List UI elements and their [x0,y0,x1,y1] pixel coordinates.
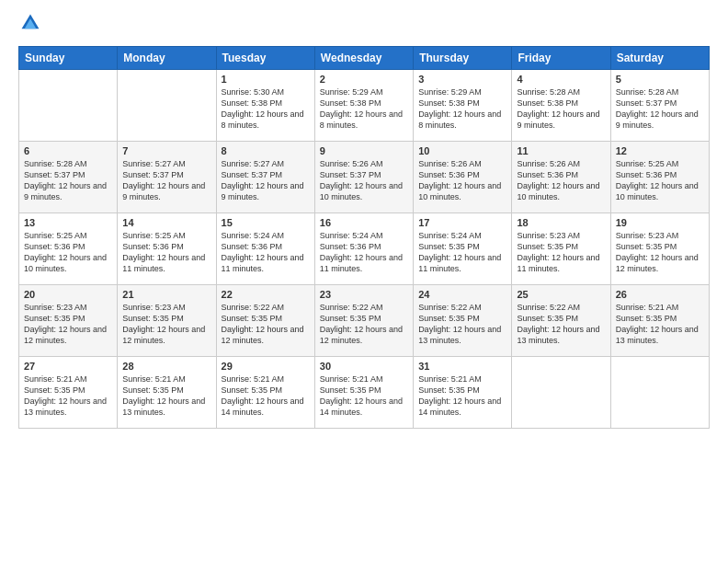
day-content: Sunrise: 5:25 AM Sunset: 5:36 PM Dayligh… [122,230,210,275]
table-row: 17Sunrise: 5:24 AM Sunset: 5:35 PM Dayli… [414,213,512,285]
day-number: 15 [222,217,310,228]
day-number: 17 [418,217,506,228]
day-content: Sunrise: 5:29 AM Sunset: 5:38 PM Dayligh… [418,86,506,132]
day-content: Sunrise: 5:21 AM Sunset: 5:35 PM Dayligh… [320,373,408,419]
day-content: Sunrise: 5:24 AM Sunset: 5:36 PM Dayligh… [320,230,408,275]
table-row: 20Sunrise: 5:23 AM Sunset: 5:35 PM Dayli… [19,285,118,357]
day-number: 28 [122,361,210,372]
day-number: 18 [517,217,605,228]
day-number: 9 [320,145,408,156]
day-number: 5 [616,74,704,85]
table-row: 2Sunrise: 5:29 AM Sunset: 5:38 PM Daylig… [314,70,413,142]
calendar-week-row: 6Sunrise: 5:28 AM Sunset: 5:37 PM Daylig… [19,142,710,213]
day-content: Sunrise: 5:26 AM Sunset: 5:37 PM Dayligh… [320,158,408,203]
table-row: 25Sunrise: 5:22 AM Sunset: 5:35 PM Dayli… [512,285,610,357]
calendar-week-row: 27Sunrise: 5:21 AM Sunset: 5:35 PM Dayli… [19,357,710,429]
table-row: 3Sunrise: 5:29 AM Sunset: 5:38 PM Daylig… [414,70,512,142]
table-row [19,70,118,142]
day-content: Sunrise: 5:22 AM Sunset: 5:35 PM Dayligh… [320,302,408,347]
day-content: Sunrise: 5:21 AM Sunset: 5:35 PM Dayligh… [24,373,112,419]
day-content: Sunrise: 5:28 AM Sunset: 5:38 PM Dayligh… [517,86,605,132]
day-number: 25 [517,289,605,300]
calendar-table: Sunday Monday Tuesday Wednesday Thursday… [18,46,710,429]
table-row: 21Sunrise: 5:23 AM Sunset: 5:35 PM Dayli… [118,285,216,357]
day-number: 20 [24,289,112,300]
col-tuesday: Tuesday [216,47,314,70]
logo [18,15,40,37]
day-content: Sunrise: 5:30 AM Sunset: 5:38 PM Dayligh… [222,86,310,132]
table-row: 8Sunrise: 5:27 AM Sunset: 5:37 PM Daylig… [216,142,314,213]
table-row: 22Sunrise: 5:22 AM Sunset: 5:35 PM Dayli… [216,285,314,357]
day-content: Sunrise: 5:21 AM Sunset: 5:35 PM Dayligh… [418,373,506,419]
day-content: Sunrise: 5:23 AM Sunset: 5:35 PM Dayligh… [517,230,605,275]
table-row: 12Sunrise: 5:25 AM Sunset: 5:36 PM Dayli… [610,142,709,213]
day-number: 4 [517,74,605,85]
day-content: Sunrise: 5:23 AM Sunset: 5:35 PM Dayligh… [24,302,112,347]
table-row: 1Sunrise: 5:30 AM Sunset: 5:38 PM Daylig… [216,70,314,142]
calendar-week-row: 1Sunrise: 5:30 AM Sunset: 5:38 PM Daylig… [19,70,710,142]
day-number: 23 [320,289,408,300]
table-row: 6Sunrise: 5:28 AM Sunset: 5:37 PM Daylig… [19,142,118,213]
table-row: 10Sunrise: 5:26 AM Sunset: 5:36 PM Dayli… [414,142,512,213]
day-content: Sunrise: 5:23 AM Sunset: 5:35 PM Dayligh… [616,230,704,275]
logo-icon [20,13,40,33]
table-row: 7Sunrise: 5:27 AM Sunset: 5:37 PM Daylig… [118,142,216,213]
table-row: 30Sunrise: 5:21 AM Sunset: 5:35 PM Dayli… [314,357,413,429]
col-wednesday: Wednesday [314,47,413,70]
day-number: 29 [222,361,310,372]
day-number: 30 [320,361,408,372]
table-row: 4Sunrise: 5:28 AM Sunset: 5:38 PM Daylig… [512,70,610,142]
day-content: Sunrise: 5:22 AM Sunset: 5:35 PM Dayligh… [222,302,310,347]
table-row [512,357,610,429]
table-row: 11Sunrise: 5:26 AM Sunset: 5:36 PM Dayli… [512,142,610,213]
table-row: 18Sunrise: 5:23 AM Sunset: 5:35 PM Dayli… [512,213,610,285]
day-content: Sunrise: 5:26 AM Sunset: 5:36 PM Dayligh… [517,158,605,203]
day-number: 1 [222,74,310,85]
col-monday: Monday [118,47,216,70]
day-content: Sunrise: 5:24 AM Sunset: 5:35 PM Dayligh… [418,230,506,275]
table-row: 29Sunrise: 5:21 AM Sunset: 5:35 PM Dayli… [216,357,314,429]
calendar-header-row: Sunday Monday Tuesday Wednesday Thursday… [19,47,710,70]
col-saturday: Saturday [610,47,709,70]
table-row: 23Sunrise: 5:22 AM Sunset: 5:35 PM Dayli… [314,285,413,357]
table-row: 26Sunrise: 5:21 AM Sunset: 5:35 PM Dayli… [610,285,709,357]
day-content: Sunrise: 5:27 AM Sunset: 5:37 PM Dayligh… [122,158,210,203]
day-number: 26 [616,289,704,300]
day-content: Sunrise: 5:21 AM Sunset: 5:35 PM Dayligh… [222,373,310,419]
table-row: 13Sunrise: 5:25 AM Sunset: 5:36 PM Dayli… [19,213,118,285]
day-number: 12 [616,145,704,156]
day-number: 13 [24,217,112,228]
day-content: Sunrise: 5:25 AM Sunset: 5:36 PM Dayligh… [616,158,704,203]
table-row [610,357,709,429]
table-row [118,70,216,142]
day-number: 31 [418,361,506,372]
table-row: 15Sunrise: 5:24 AM Sunset: 5:36 PM Dayli… [216,213,314,285]
day-content: Sunrise: 5:27 AM Sunset: 5:37 PM Dayligh… [222,158,310,203]
col-sunday: Sunday [19,47,118,70]
day-number: 8 [222,145,310,156]
day-number: 24 [418,289,506,300]
table-row: 27Sunrise: 5:21 AM Sunset: 5:35 PM Dayli… [19,357,118,429]
day-number: 11 [517,145,605,156]
calendar-week-row: 13Sunrise: 5:25 AM Sunset: 5:36 PM Dayli… [19,213,710,285]
table-row: 24Sunrise: 5:22 AM Sunset: 5:35 PM Dayli… [414,285,512,357]
day-content: Sunrise: 5:23 AM Sunset: 5:35 PM Dayligh… [122,302,210,347]
calendar-week-row: 20Sunrise: 5:23 AM Sunset: 5:35 PM Dayli… [19,285,710,357]
day-content: Sunrise: 5:22 AM Sunset: 5:35 PM Dayligh… [418,302,506,347]
day-content: Sunrise: 5:28 AM Sunset: 5:37 PM Dayligh… [24,158,112,203]
day-number: 22 [222,289,310,300]
day-content: Sunrise: 5:21 AM Sunset: 5:35 PM Dayligh… [122,373,210,419]
table-row: 9Sunrise: 5:26 AM Sunset: 5:37 PM Daylig… [314,142,413,213]
day-number: 14 [122,217,210,228]
day-number: 2 [320,74,408,85]
day-number: 19 [616,217,704,228]
day-content: Sunrise: 5:25 AM Sunset: 5:36 PM Dayligh… [24,230,112,275]
table-row: 14Sunrise: 5:25 AM Sunset: 5:36 PM Dayli… [118,213,216,285]
page-header [18,15,710,37]
day-number: 21 [122,289,210,300]
day-number: 6 [24,145,112,156]
day-number: 3 [418,74,506,85]
day-number: 10 [418,145,506,156]
day-content: Sunrise: 5:29 AM Sunset: 5:38 PM Dayligh… [320,86,408,132]
day-content: Sunrise: 5:24 AM Sunset: 5:36 PM Dayligh… [222,230,310,275]
